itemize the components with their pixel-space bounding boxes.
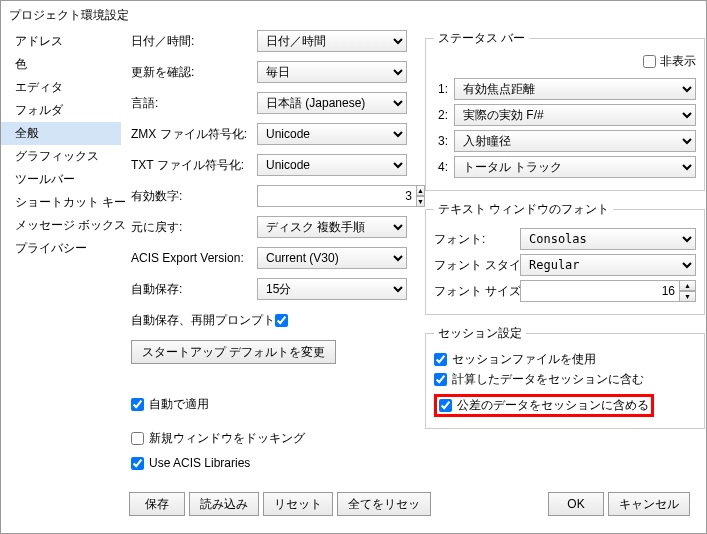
sidebar-item-editor[interactable]: エディタ [1, 76, 121, 99]
status-row-4-select[interactable]: トータル トラック [454, 156, 696, 178]
sidebar-item-toolbar[interactable]: ツールバー [1, 168, 121, 191]
sidebar: アドレス 色 エディタ フォルダ 全般 グラフィックス ツールバー ショートカッ… [1, 26, 121, 486]
spin-up-icon[interactable]: ▲ [680, 280, 696, 291]
sidebar-item-shortcut[interactable]: ショートカット キー [1, 191, 121, 214]
fontsize-label: フォント サイズ: [434, 283, 514, 300]
datetime-select[interactable]: 日付／時間 [257, 30, 407, 52]
session-calc-label: 計算したデータをセッションに含む [452, 371, 644, 388]
status-row-1-select[interactable]: 有効焦点距離 [454, 78, 696, 100]
reopen-checkbox[interactable] [275, 314, 288, 327]
status-row-3-select[interactable]: 入射瞳径 [454, 130, 696, 152]
sidebar-item-privacy[interactable]: プライバシー [1, 237, 121, 260]
session-calc-checkbox[interactable] [434, 373, 447, 386]
statusbar-legend: ステータス バー [434, 30, 529, 47]
txt-select[interactable]: Unicode [257, 154, 407, 176]
revert-select[interactable]: ディスク 複数手順 [257, 216, 407, 238]
autoapply-checkbox[interactable] [131, 398, 144, 411]
fontsize-input[interactable] [520, 280, 680, 302]
updates-label: 更新を確認: [131, 64, 251, 81]
sidebar-item-color[interactable]: 色 [1, 53, 121, 76]
sidebar-item-folder[interactable]: フォルダ [1, 99, 121, 122]
datetime-label: 日付／時間: [131, 33, 251, 50]
sidebar-item-general[interactable]: 全般 [1, 122, 121, 145]
use-acis-label: Use ACIS Libraries [149, 456, 250, 470]
spin-up-icon[interactable]: ▲ [417, 185, 425, 196]
lang-select[interactable]: 日本語 (Japanese) [257, 92, 407, 114]
status-row-1-num: 1: [434, 82, 448, 96]
fontstyle-select[interactable]: Regular [520, 254, 696, 276]
autoapply-label: 自動で適用 [149, 396, 209, 413]
lang-label: 言語: [131, 95, 251, 112]
acis-select[interactable]: Current (V30) [257, 247, 407, 269]
status-row-4-num: 4: [434, 160, 448, 174]
sidebar-item-address[interactable]: アドレス [1, 30, 121, 53]
sidebar-item-message[interactable]: メッセージ ボックス [1, 214, 121, 237]
session-tol-label: 公差のデータをセッションに含める [457, 397, 649, 414]
dock-checkbox[interactable] [131, 432, 144, 445]
zmx-select[interactable]: Unicode [257, 123, 407, 145]
status-row-2-select[interactable]: 実際の実効 F/# [454, 104, 696, 126]
statusbar-group: ステータス バー 非表示 1: 有効焦点距離 2: 実際の実効 F/# 3 [425, 30, 705, 191]
startup-defaults-button[interactable]: スタートアップ デフォルトを変更 [131, 340, 336, 364]
sigdig-input[interactable] [257, 185, 417, 207]
revert-label: 元に戻す: [131, 219, 251, 236]
window-title: プロジェクト環境設定 [1, 1, 706, 26]
session-legend: セッション設定 [434, 325, 526, 342]
reopen-label: 自動保存、再開プロンプト: [131, 312, 269, 329]
status-row-3-num: 3: [434, 134, 448, 148]
autosave-label: 自動保存: [131, 281, 251, 298]
cancel-button[interactable]: キャンセル [608, 492, 690, 516]
dock-label: 新規ウィンドウをドッキング [149, 430, 305, 447]
statusbar-hide-label: 非表示 [660, 53, 696, 70]
zmx-label: ZMX ファイル符号化: [131, 126, 251, 143]
spin-down-icon[interactable]: ▼ [680, 291, 696, 302]
spin-down-icon[interactable]: ▼ [417, 196, 425, 207]
statusbar-hide-checkbox[interactable] [643, 55, 656, 68]
font-select[interactable]: Consolas [520, 228, 696, 250]
session-group: セッション設定 セッションファイルを使用 計算したデータをセッションに含む 公差… [425, 325, 705, 429]
fontstyle-label: フォント スタイル: [434, 257, 514, 274]
acis-label: ACIS Export Version: [131, 251, 251, 265]
load-button[interactable]: 読み込み [189, 492, 259, 516]
reset-button[interactable]: リセット [263, 492, 333, 516]
font-legend: テキスト ウィンドウのフォント [434, 201, 613, 218]
session-usefile-label: セッションファイルを使用 [452, 351, 596, 368]
ok-button[interactable]: OK [548, 492, 604, 516]
updates-select[interactable]: 毎日 [257, 61, 407, 83]
status-row-2-num: 2: [434, 108, 448, 122]
reset-all-button[interactable]: 全てをリセッ [337, 492, 431, 516]
font-group: テキスト ウィンドウのフォント フォント: Consolas フォント スタイル… [425, 201, 705, 315]
sidebar-item-graphics[interactable]: グラフィックス [1, 145, 121, 168]
footer-bar: 保存 読み込み リセット 全てをリセッ OK キャンセル [1, 486, 706, 522]
sigdig-label: 有効数字: [131, 188, 251, 205]
font-label: フォント: [434, 231, 514, 248]
txt-label: TXT ファイル符号化: [131, 157, 251, 174]
save-button[interactable]: 保存 [129, 492, 185, 516]
use-acis-checkbox[interactable] [131, 457, 144, 470]
autosave-select[interactable]: 15分 [257, 278, 407, 300]
session-usefile-checkbox[interactable] [434, 353, 447, 366]
session-tol-checkbox[interactable] [439, 399, 452, 412]
